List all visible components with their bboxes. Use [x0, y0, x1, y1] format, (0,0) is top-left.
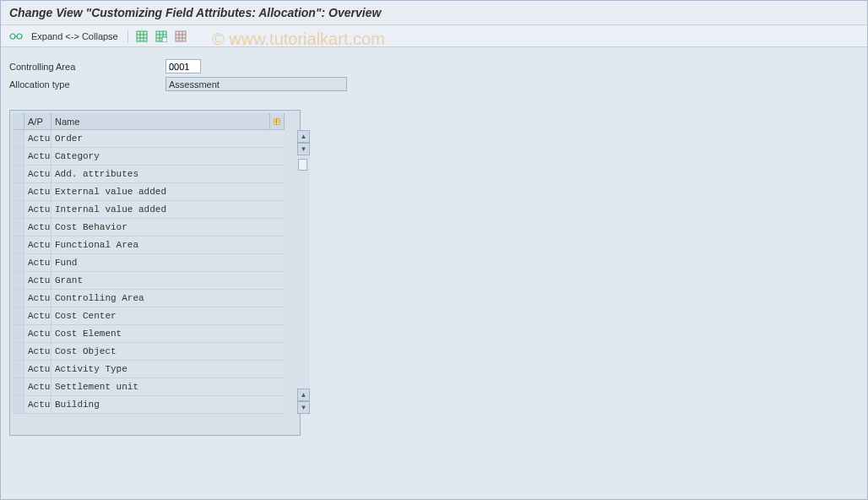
- scroll-up2-icon[interactable]: ▲: [297, 389, 310, 401]
- row-selector[interactable]: [13, 343, 24, 360]
- cell-ap[interactable]: Actu: [24, 378, 52, 395]
- row-selector[interactable]: [13, 166, 24, 182]
- svg-point-1: [17, 34, 22, 39]
- cell-name[interactable]: Cost Center: [52, 307, 285, 324]
- scroll-down-icon[interactable]: ▼: [297, 143, 310, 155]
- scroll-up-icon[interactable]: ▲: [297, 130, 310, 143]
- row-selector[interactable]: [13, 272, 24, 289]
- table-row[interactable]: ActuCost Object: [13, 343, 285, 361]
- cell-ap[interactable]: Actu: [24, 236, 52, 253]
- cell-ap[interactable]: Actu: [24, 130, 52, 147]
- svg-rect-13: [176, 31, 186, 41]
- table-row[interactable]: ActuOrder: [13, 130, 285, 148]
- table-row[interactable]: ActuCost Element: [13, 325, 285, 343]
- grid-icon-1[interactable]: [133, 29, 150, 44]
- cell-name[interactable]: Add. attributes: [52, 166, 285, 182]
- cell-ap[interactable]: Actu: [24, 361, 52, 378]
- controlling-area-row: Controlling Area: [9, 59, 859, 73]
- grid-icon-3[interactable]: [172, 29, 189, 44]
- header-ap[interactable]: A/P: [24, 113, 52, 129]
- row-selector[interactable]: [13, 396, 24, 413]
- page-title: Change View "Customizing Field Attribute…: [9, 6, 859, 19]
- cell-ap[interactable]: Actu: [24, 219, 52, 236]
- row-selector[interactable]: [13, 254, 24, 271]
- cell-ap[interactable]: Actu: [24, 396, 52, 413]
- cell-name[interactable]: Building: [52, 396, 285, 413]
- cell-ap[interactable]: Actu: [24, 343, 52, 360]
- cell-ap[interactable]: Actu: [24, 148, 52, 165]
- glasses-icon[interactable]: [8, 29, 24, 44]
- cell-name[interactable]: External value added: [52, 183, 285, 200]
- cell-ap[interactable]: Actu: [24, 307, 52, 324]
- table-row[interactable]: ActuControlling Area: [13, 290, 285, 307]
- toolbar: Expand <-> Collapse: [1, 25, 867, 47]
- cell-name[interactable]: Fund: [52, 254, 285, 271]
- scrollbar: ▲ ▼ ▲ ▼: [297, 130, 310, 414]
- allocation-type-input[interactable]: [165, 77, 347, 91]
- row-selector[interactable]: [13, 219, 24, 236]
- scroll-thumb[interactable]: [298, 159, 307, 171]
- table-row[interactable]: ActuGrant: [13, 272, 285, 290]
- table-row[interactable]: ActuBuilding: [13, 396, 285, 414]
- svg-point-0: [10, 34, 15, 39]
- grid-icon-2[interactable]: [153, 29, 170, 44]
- controlling-area-input[interactable]: [165, 59, 201, 73]
- allocation-type-row: Allocation type: [9, 77, 859, 91]
- table-row[interactable]: ActuInternal value added: [13, 201, 285, 219]
- header-select-col: [13, 113, 24, 129]
- cell-name[interactable]: Grant: [52, 272, 285, 289]
- controlling-area-label: Controlling Area: [9, 62, 165, 72]
- content-area: Controlling Area Allocation type A/P Nam…: [1, 47, 867, 500]
- row-selector[interactable]: [13, 148, 24, 165]
- row-selector[interactable]: [13, 183, 24, 200]
- row-selector[interactable]: [13, 290, 24, 307]
- cell-ap[interactable]: Actu: [24, 290, 52, 307]
- row-selector[interactable]: [13, 130, 24, 147]
- scroll-down2-icon[interactable]: ▼: [297, 401, 310, 414]
- cell-name[interactable]: Settlement unit: [52, 378, 285, 395]
- row-selector[interactable]: [13, 378, 24, 395]
- grid: A/P Name ActuOrderActuCategoryActuAdd. a…: [13, 113, 285, 432]
- row-selector[interactable]: [13, 361, 24, 378]
- configure-columns-icon[interactable]: [269, 113, 285, 129]
- table-row[interactable]: ActuActivity Type: [13, 361, 285, 378]
- cell-ap[interactable]: Actu: [24, 166, 52, 182]
- cell-name[interactable]: Cost Behavior: [52, 219, 285, 236]
- grid-footer-blank: [13, 414, 285, 432]
- svg-rect-2: [137, 31, 147, 41]
- cell-ap[interactable]: Actu: [24, 201, 52, 218]
- table-row[interactable]: ActuExternal value added: [13, 183, 285, 201]
- table-container: A/P Name ActuOrderActuCategoryActuAdd. a…: [9, 110, 301, 436]
- table-row[interactable]: ActuCategory: [13, 148, 285, 166]
- table-row[interactable]: ActuFund: [13, 254, 285, 272]
- cell-ap[interactable]: Actu: [24, 272, 52, 289]
- cell-name[interactable]: Controlling Area: [52, 290, 285, 307]
- row-selector[interactable]: [13, 325, 24, 342]
- cell-name[interactable]: Cost Element: [52, 325, 285, 342]
- expand-collapse-button[interactable]: Expand <-> Collapse: [31, 31, 118, 41]
- cell-name[interactable]: Cost Object: [52, 343, 285, 360]
- table-row[interactable]: ActuCost Behavior: [13, 219, 285, 236]
- table-row[interactable]: ActuFunctional Area: [13, 236, 285, 254]
- scroll-track[interactable]: [297, 155, 310, 389]
- table-row[interactable]: ActuSettlement unit: [13, 378, 285, 396]
- allocation-type-label: Allocation type: [9, 79, 165, 90]
- svg-rect-12: [162, 37, 167, 42]
- cell-name[interactable]: Category: [52, 148, 285, 165]
- cell-ap[interactable]: Actu: [24, 183, 52, 200]
- cell-name[interactable]: Functional Area: [52, 236, 285, 253]
- cell-name[interactable]: Activity Type: [52, 361, 285, 378]
- cell-ap[interactable]: Actu: [24, 254, 52, 271]
- row-selector[interactable]: [13, 236, 24, 253]
- table-row[interactable]: ActuAdd. attributes: [13, 166, 285, 183]
- header-name[interactable]: Name: [52, 113, 269, 129]
- row-selector[interactable]: [13, 201, 24, 218]
- cell-name[interactable]: Internal value added: [52, 201, 285, 218]
- grid-header: A/P Name: [13, 113, 285, 130]
- svg-rect-18: [274, 118, 280, 124]
- title-bar: Change View "Customizing Field Attribute…: [1, 1, 867, 25]
- row-selector[interactable]: [13, 307, 24, 324]
- cell-ap[interactable]: Actu: [24, 325, 52, 342]
- table-row[interactable]: ActuCost Center: [13, 307, 285, 325]
- cell-name[interactable]: Order: [52, 130, 285, 147]
